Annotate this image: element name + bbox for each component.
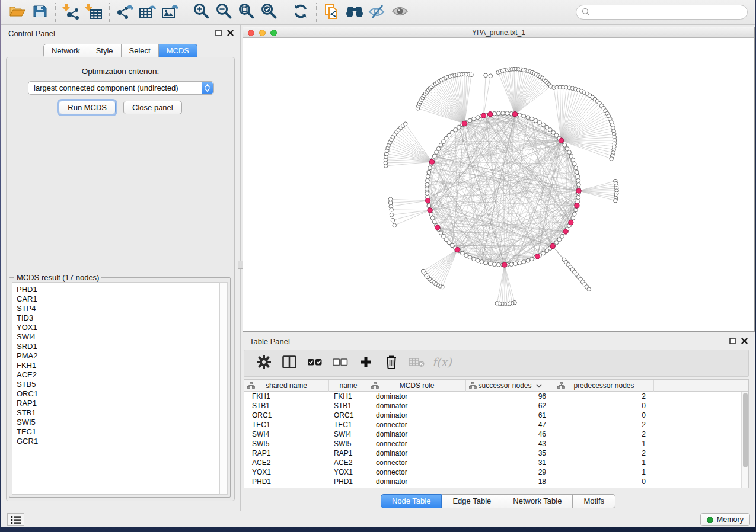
network-node[interactable] xyxy=(425,191,429,196)
zoom-selected-button[interactable] xyxy=(258,2,280,23)
table-cell[interactable]: TEC1 xyxy=(252,420,270,430)
table-cell[interactable]: ORC1 xyxy=(252,411,272,420)
table-cell[interactable]: 46 xyxy=(466,430,546,439)
table-cell[interactable]: FKH1 xyxy=(252,392,270,401)
mcds-hub-node[interactable] xyxy=(563,229,568,234)
open-session-button[interactable] xyxy=(6,2,28,23)
new-network-from-selection-button[interactable] xyxy=(321,2,343,23)
mcds-hub-node[interactable] xyxy=(425,198,430,203)
search-input[interactable] xyxy=(591,8,747,17)
export-table-button[interactable] xyxy=(136,2,159,23)
table-scrollbar[interactable] xyxy=(741,392,748,488)
mcds-result-item[interactable]: YOX1 xyxy=(17,323,219,332)
satellite-node[interactable] xyxy=(610,157,614,161)
tab-select[interactable]: Select xyxy=(122,44,159,58)
network-node[interactable] xyxy=(464,254,468,258)
network-node[interactable] xyxy=(541,251,546,255)
network-node[interactable] xyxy=(572,212,576,216)
network-node[interactable] xyxy=(576,196,580,200)
table-cell[interactable]: connector xyxy=(376,458,407,467)
network-node[interactable] xyxy=(427,170,431,174)
table-cell[interactable]: dominator xyxy=(376,392,407,401)
network-node[interactable] xyxy=(571,216,575,220)
mcds-result-item[interactable]: SWI5 xyxy=(17,418,219,427)
refresh-layout-button[interactable] xyxy=(289,2,312,23)
column-header-MCDS-role[interactable]: MCDS role xyxy=(368,380,466,392)
network-node[interactable] xyxy=(484,261,488,265)
satellite-node[interactable] xyxy=(390,208,394,212)
table-cell[interactable]: 0 xyxy=(554,401,646,411)
network-node[interactable] xyxy=(534,118,538,123)
table-cell[interactable]: STB1 xyxy=(252,401,270,411)
table-cell[interactable]: 61 xyxy=(466,411,546,420)
mcds-result-item[interactable]: CAR1 xyxy=(17,294,219,304)
mcds-hub-node[interactable] xyxy=(429,159,434,164)
table-row[interactable]: STB1STB1dominator620 xyxy=(244,401,741,411)
search-box[interactable] xyxy=(576,5,748,20)
table-cell[interactable]: 35 xyxy=(466,448,546,458)
satellite-node[interactable] xyxy=(470,73,474,77)
network-node[interactable] xyxy=(518,113,522,117)
hide-selected-button[interactable] xyxy=(366,2,388,23)
network-node[interactable] xyxy=(427,204,431,208)
mcds-hub-node[interactable] xyxy=(481,113,486,118)
table-cell[interactable]: SWI4 xyxy=(252,430,269,439)
network-node[interactable] xyxy=(501,111,505,116)
satellite-node[interactable] xyxy=(388,197,393,201)
network-node[interactable] xyxy=(576,182,580,187)
mcds-result-item[interactable]: TID3 xyxy=(17,313,219,323)
show-all-button[interactable] xyxy=(388,2,411,23)
tab-mcds[interactable]: MCDS xyxy=(159,44,197,58)
satellite-node[interactable] xyxy=(393,223,397,227)
first-neighbors-button[interactable] xyxy=(343,2,366,23)
network-node[interactable] xyxy=(518,261,522,265)
mcds-list-scrollbar[interactable] xyxy=(219,282,228,495)
mcds-hub-node[interactable] xyxy=(455,247,460,252)
mcds-result-item[interactable]: PMA2 xyxy=(17,351,219,361)
network-node[interactable] xyxy=(538,121,542,125)
table-cell[interactable]: TEC1 xyxy=(334,420,352,430)
network-node[interactable] xyxy=(476,258,480,262)
table-cell[interactable]: connector xyxy=(376,467,407,477)
mcds-result-item[interactable]: PHD1 xyxy=(17,285,219,294)
column-header-predecessor-nodes[interactable]: predecessor nodes xyxy=(554,380,654,392)
create-column-button[interactable] xyxy=(358,354,374,372)
mcds-hub-node[interactable] xyxy=(575,203,579,208)
network-node[interactable] xyxy=(425,187,429,191)
mcds-result-item[interactable]: ACE2 xyxy=(17,370,219,380)
network-node[interactable] xyxy=(426,174,430,178)
table-row[interactable]: ACE2ACE2connector311 xyxy=(244,458,741,467)
network-node[interactable] xyxy=(496,262,500,267)
mcds-hub-node[interactable] xyxy=(535,254,540,259)
close-table-panel-icon[interactable] xyxy=(741,338,748,344)
zoom-fit-button[interactable] xyxy=(235,2,258,23)
mcds-hub-node[interactable] xyxy=(462,121,467,126)
table-cell[interactable]: 0 xyxy=(554,477,646,486)
mcds-hub-node[interactable] xyxy=(502,262,507,267)
table-cell[interactable]: 2 xyxy=(554,392,646,401)
table-cell[interactable]: dominator xyxy=(376,430,407,439)
network-node[interactable] xyxy=(432,220,436,224)
table-row[interactable]: SWI4SWI4dominator462 xyxy=(244,430,741,439)
table-row[interactable]: TEC1TEC1connector472 xyxy=(244,420,741,430)
network-node[interactable] xyxy=(509,262,513,267)
column-header-shared-name[interactable]: shared name xyxy=(244,380,329,392)
table-cell[interactable]: 2 xyxy=(554,430,646,439)
network-node[interactable] xyxy=(461,251,465,255)
network-node[interactable] xyxy=(428,166,432,170)
import-table-button[interactable] xyxy=(82,2,105,23)
table-cell[interactable]: 43 xyxy=(466,439,546,448)
network-node[interactable] xyxy=(545,249,549,253)
satellite-node[interactable] xyxy=(495,302,499,306)
table-cell[interactable]: SWI5 xyxy=(334,439,351,448)
mcds-result-item[interactable]: STP4 xyxy=(17,304,219,313)
table-cell[interactable]: SWI4 xyxy=(334,430,351,439)
table-cell[interactable]: 1 xyxy=(554,439,646,448)
network-node[interactable] xyxy=(435,150,439,155)
network-node[interactable] xyxy=(492,111,496,116)
table-row[interactable]: FKH1FKH1dominator962 xyxy=(244,392,741,401)
table-cell[interactable]: connector xyxy=(376,439,407,448)
mcds-hub-node[interactable] xyxy=(488,112,493,117)
table-cell[interactable]: PHD1 xyxy=(334,477,353,486)
network-node[interactable] xyxy=(541,123,546,127)
